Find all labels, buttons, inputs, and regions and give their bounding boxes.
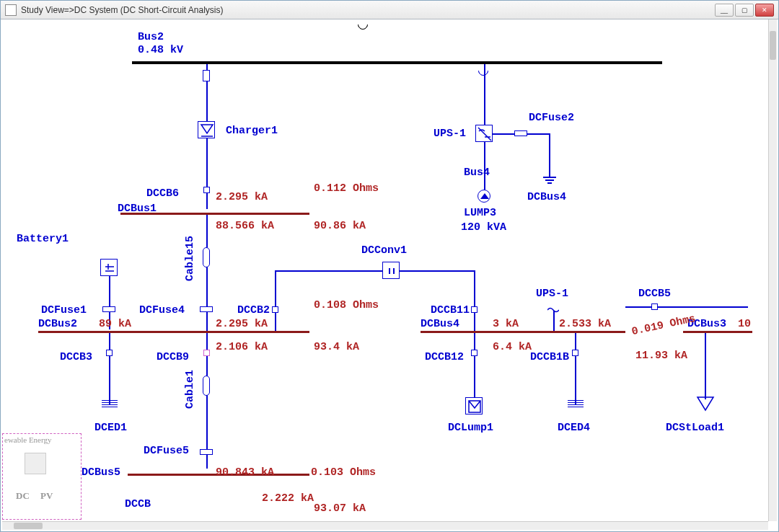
fuse-icon[interactable] (200, 306, 213, 312)
charger1-label: Charger1 (226, 125, 278, 137)
stload-icon[interactable] (696, 396, 715, 414)
wire (474, 333, 475, 405)
dcbus1-label: DCBus1 (118, 203, 157, 215)
palette-dc[interactable]: DC (16, 490, 30, 502)
res-r7: 2.106 kA (216, 341, 268, 353)
ups-symbol-icon (476, 125, 493, 143)
wire (484, 64, 485, 125)
charger-icon[interactable] (198, 121, 215, 138)
ups-icon[interactable] (475, 125, 493, 142)
breaker-icon[interactable] (471, 306, 477, 313)
scroll-thumb[interactable] (770, 31, 776, 60)
bus-dcbus2[interactable] (38, 331, 309, 333)
breaker-icon[interactable] (572, 350, 578, 356)
motor-icon[interactable] (477, 190, 490, 203)
load-stack-icon[interactable] (568, 400, 584, 409)
ground-icon (543, 177, 556, 184)
cable1-label: Cable1 (184, 370, 196, 409)
wire (474, 270, 475, 331)
bus-dcbus3[interactable] (683, 331, 752, 333)
dccb-cut-label: DCCB (125, 498, 151, 510)
res-r11: 2.533 kA (559, 318, 611, 330)
res-r13: 0.019 Ohms (630, 313, 697, 338)
fuse-icon[interactable] (200, 449, 213, 455)
scroll-thumb[interactable] (14, 523, 43, 529)
fuse-icon[interactable] (514, 130, 527, 136)
horizontal-scrollbar[interactable] (2, 521, 768, 530)
palette-panel-icon[interactable] (25, 453, 46, 474)
maximize-button[interactable]: ▢ (735, 4, 754, 17)
wire (625, 306, 748, 308)
sine-icon (547, 303, 559, 311)
bus-bus2[interactable] (132, 61, 662, 64)
wire (206, 138, 208, 209)
diagram-canvas[interactable]: Bus2 0.48 kV Charger1 DCCB6 DCBus1 2.295… (2, 19, 768, 521)
breaker-icon[interactable] (651, 303, 658, 310)
app-icon (5, 4, 17, 16)
dccb9-label: DCCB9 (157, 351, 189, 363)
res-r1: 2.295 kA (216, 191, 268, 203)
wire (553, 311, 555, 331)
battery-icon[interactable] (100, 259, 118, 276)
res-r17: 0.103 Ohms (311, 466, 376, 479)
breaker-icon[interactable] (471, 350, 477, 356)
res-r19: 93.07 kA (314, 502, 366, 515)
dced1-label: DCED1 (94, 422, 127, 434)
res-r9: 93.4 kA (314, 341, 359, 353)
breaker-icon[interactable] (203, 350, 210, 356)
dclump-icon[interactable] (465, 397, 483, 414)
wire (705, 333, 706, 399)
dcfuse2-label: DCFuse2 (529, 112, 574, 124)
res-r12: 6.4 kA (493, 341, 532, 353)
wire (275, 270, 276, 293)
breaker-icon[interactable] (203, 187, 210, 193)
dccb5-label: DCCB5 (638, 288, 671, 300)
dcfuse5-label: DCFuse5 (144, 445, 189, 457)
dccb3-label: DCCB3 (60, 351, 92, 363)
minimize-button[interactable]: __ (715, 4, 734, 17)
wire (206, 215, 208, 331)
titlebar[interactable]: Study View=>DC System (DC Short-Circuit … (1, 1, 778, 19)
dcfuse1-label: DCFuse1 (41, 304, 87, 316)
bus4-label: Bus4 (464, 167, 490, 179)
fuse-icon (203, 70, 210, 81)
res-r14: 11.93 kA (635, 350, 687, 362)
bus-dcbus4[interactable] (421, 331, 625, 333)
res-r16: 90.843 kA (216, 466, 274, 479)
app-window: Study View=>DC System (DC Short-Circuit … (0, 0, 779, 532)
breaker-icon[interactable] (272, 306, 278, 313)
palette-title: ewable Energy (4, 435, 51, 444)
res-r2: 88.566 kA (216, 220, 274, 232)
bus2-voltage: 0.48 kV (138, 44, 183, 56)
dcfuse4-label: DCFuse4 (139, 304, 185, 316)
res-r6: 2.295 kA (216, 318, 268, 330)
breaker-icon[interactable] (106, 350, 113, 356)
vertical-scrollbar[interactable] (768, 19, 777, 521)
res-r15: 10 (738, 318, 751, 330)
res-r4: 90.86 kA (314, 220, 366, 232)
fuse-icon[interactable] (102, 306, 115, 312)
window-title: Study View=>DC System (DC Short-Circuit … (21, 5, 224, 15)
bus2-label: Bus2 (138, 31, 164, 43)
wire (275, 270, 474, 272)
close-button[interactable]: ✕ (755, 4, 774, 17)
breaker-arc-icon (356, 19, 370, 32)
dcbus4-label: DCBus4 (421, 318, 459, 330)
battery1-label: Battery1 (17, 233, 69, 245)
dcconv1-label: DCConv1 (361, 244, 407, 257)
dcconv-icon[interactable] (382, 262, 400, 279)
dcstload1-label: DCStLoad1 (666, 422, 724, 434)
dccb2-label: DCCB2 (237, 304, 270, 316)
lump3-rating: 120 kVA (461, 221, 506, 234)
ups1b-label: UPS-1 (536, 288, 568, 300)
lump-symbol-icon (466, 398, 483, 415)
cable-icon[interactable] (203, 376, 210, 396)
res-r3: 0.112 Ohms (314, 182, 379, 195)
palette-pv[interactable]: PV (40, 490, 53, 502)
cable-icon[interactable] (203, 247, 210, 267)
wire (484, 142, 485, 190)
dcbus5-label: DCBus5 (82, 466, 120, 479)
res-r8: 0.108 Ohms (314, 299, 379, 311)
load-stack-icon[interactable] (102, 400, 118, 409)
component-palette[interactable]: ewable Energy DC PV (2, 433, 82, 520)
